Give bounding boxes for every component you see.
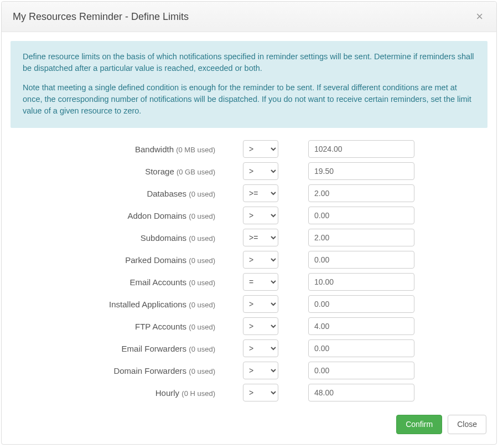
limit-usage-text: (0 used): [189, 323, 215, 331]
limit-row-ftp-accounts: FTP Accounts (0 used)>>==: [13, 317, 485, 335]
limit-row-addon-domains: Addon Domains (0 used)>>==: [13, 207, 485, 224]
operator-select-subdomains[interactable]: >>==: [243, 229, 278, 246]
operator-select-databases[interactable]: >>==: [243, 184, 278, 202]
limit-label-domain-forwarders: Domain Forwarders (0 used): [13, 366, 215, 375]
operator-select-ftp-accounts[interactable]: >>==: [243, 317, 278, 335]
info-panel: Define resource limits on the basis of w…: [11, 41, 487, 128]
limit-usage-text: (0 H used): [181, 389, 215, 398]
limit-row-storage: Storage (0 GB used)>>==: [13, 162, 485, 180]
limit-label-storage: Storage (0 GB used): [13, 167, 215, 176]
limit-label-text: FTP Accounts: [135, 322, 186, 331]
limit-label-text: Parked Domains: [125, 255, 186, 265]
limit-label-addon-domains: Addon Domains (0 used): [13, 211, 215, 220]
operator-select-storage[interactable]: >>==: [243, 162, 278, 180]
limit-label-parked-domains: Parked Domains (0 used): [13, 255, 215, 265]
limit-label-bandwidth: Bandwidth (0 MB used): [13, 145, 215, 154]
limit-usage-text: (0 GB used): [177, 168, 215, 176]
limit-label-text: Addon Domains: [127, 211, 186, 220]
operator-select-email-forwarders[interactable]: >>==: [243, 339, 278, 357]
limit-usage-text: (0 used): [189, 367, 215, 375]
limit-row-hourly: Hourly (0 H used)>>==: [13, 384, 485, 401]
limit-row-installed-applications: Installed Applications (0 used)>>==: [13, 295, 485, 313]
limit-usage-text: (0 used): [189, 256, 215, 265]
limit-input-subdomains[interactable]: [308, 229, 414, 246]
limit-input-email-forwarders[interactable]: [308, 339, 414, 357]
limit-label-subdomains: Subdomains (0 used): [13, 233, 215, 243]
limit-label-text: Hourly: [155, 388, 179, 398]
close-icon[interactable]: ×: [474, 11, 485, 23]
modal-define-limits: My Resources Reminder - Define Limits × …: [1, 1, 497, 445]
limit-label-databases: Databases (0 used): [13, 189, 215, 198]
limit-label-text: Bandwidth: [135, 145, 174, 154]
info-paragraph-1: Define resource limits on the basis of w…: [23, 51, 475, 74]
limits-form: Bandwidth (0 MB used)>>==Storage (0 GB u…: [11, 140, 487, 401]
confirm-button[interactable]: Confirm: [396, 415, 442, 434]
operator-select-bandwidth[interactable]: >>==: [243, 140, 278, 158]
operator-select-domain-forwarders[interactable]: >>==: [243, 362, 278, 379]
modal-body: Define resource limits on the basis of w…: [2, 32, 496, 401]
limit-usage-text: (0 used): [189, 234, 215, 243]
limit-input-addon-domains[interactable]: [308, 207, 414, 224]
operator-select-email-accounts[interactable]: >>==: [243, 273, 278, 291]
limit-usage-text: (0 used): [189, 279, 215, 287]
limit-row-email-forwarders: Email Forwarders (0 used)>>==: [13, 339, 485, 357]
limit-label-ftp-accounts: FTP Accounts (0 used): [13, 322, 215, 331]
limit-row-bandwidth: Bandwidth (0 MB used)>>==: [13, 140, 485, 158]
limit-input-databases[interactable]: [308, 184, 414, 202]
close-button[interactable]: Close: [448, 415, 486, 434]
limit-row-subdomains: Subdomains (0 used)>>==: [13, 229, 485, 246]
limit-usage-text: (0 used): [189, 212, 215, 220]
limit-usage-text: (0 MB used): [176, 146, 215, 154]
limit-label-installed-applications: Installed Applications (0 used): [13, 300, 215, 309]
limit-label-email-accounts: Email Accounts (0 used): [13, 277, 215, 287]
operator-select-addon-domains[interactable]: >>==: [243, 207, 278, 224]
limit-label-text: Domain Forwarders: [113, 366, 186, 375]
limit-usage-text: (0 used): [189, 301, 215, 309]
operator-select-parked-domains[interactable]: >>==: [243, 251, 278, 269]
limit-label-text: Installed Applications: [109, 300, 186, 309]
limit-usage-text: (0 used): [189, 345, 215, 353]
limit-input-email-accounts[interactable]: [308, 273, 414, 291]
limit-label-text: Databases: [147, 189, 186, 198]
limit-row-email-accounts: Email Accounts (0 used)>>==: [13, 273, 485, 291]
info-paragraph-2: Note that meeting a single defined condi…: [23, 82, 475, 117]
limit-usage-text: (0 used): [189, 190, 215, 198]
limit-label-text: Email Accounts: [130, 277, 187, 287]
limit-row-domain-forwarders: Domain Forwarders (0 used)>>==: [13, 362, 485, 379]
limit-input-storage[interactable]: [308, 162, 414, 180]
limit-label-hourly: Hourly (0 H used): [13, 388, 215, 398]
limit-label-text: Email Forwarders: [122, 344, 187, 353]
limit-label-email-forwarders: Email Forwarders (0 used): [13, 344, 215, 353]
operator-select-hourly[interactable]: >>==: [243, 384, 278, 401]
limit-input-installed-applications[interactable]: [308, 295, 414, 313]
modal-header: My Resources Reminder - Define Limits ×: [2, 2, 496, 32]
modal-title: My Resources Reminder - Define Limits: [13, 11, 189, 23]
limit-row-parked-domains: Parked Domains (0 used)>>==: [13, 251, 485, 269]
limit-input-bandwidth[interactable]: [308, 140, 414, 158]
modal-footer: Confirm Close: [2, 406, 496, 444]
operator-select-installed-applications[interactable]: >>==: [243, 295, 278, 313]
limit-input-parked-domains[interactable]: [308, 251, 414, 269]
limit-input-hourly[interactable]: [308, 384, 414, 401]
limit-label-text: Subdomains: [141, 233, 186, 243]
limit-row-databases: Databases (0 used)>>==: [13, 184, 485, 202]
limit-input-domain-forwarders[interactable]: [308, 362, 414, 379]
limit-label-text: Storage: [145, 167, 174, 176]
limit-input-ftp-accounts[interactable]: [308, 317, 414, 335]
